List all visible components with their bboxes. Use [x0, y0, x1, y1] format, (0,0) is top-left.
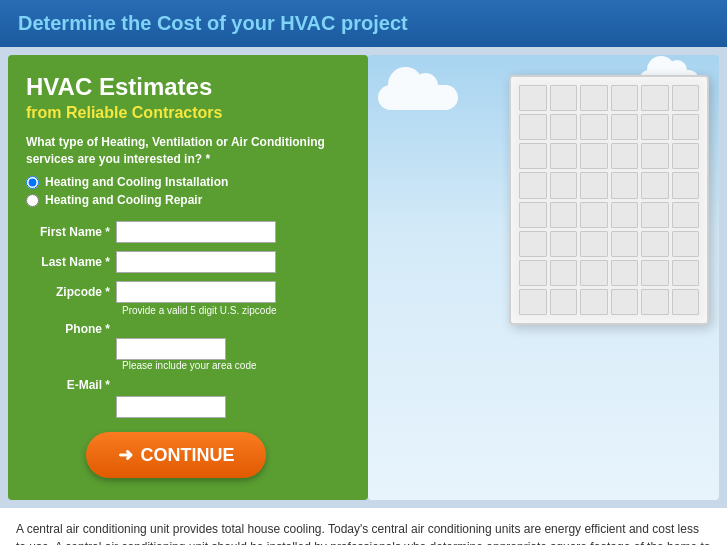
vent-bar — [641, 289, 669, 315]
vent-bar — [672, 231, 700, 257]
vent-bar — [580, 85, 608, 111]
zipcode-row: Zipcode * — [26, 281, 350, 303]
vent-bar — [519, 172, 547, 198]
phone-hint: Please include your area code — [122, 360, 350, 371]
vent-bar — [550, 114, 578, 140]
vent-bar — [580, 202, 608, 228]
vent-bar — [580, 289, 608, 315]
first-name-row: First Name * — [26, 221, 350, 243]
vent-bar — [672, 85, 700, 111]
sky-background — [368, 55, 719, 500]
vent-bar — [641, 231, 669, 257]
vent-bar — [519, 85, 547, 111]
vent-bar — [672, 289, 700, 315]
vent-bar — [611, 172, 639, 198]
last-name-row: Last Name * — [26, 251, 350, 273]
vent-bar — [580, 172, 608, 198]
vent-bar — [611, 85, 639, 111]
vent-bar — [611, 260, 639, 286]
email-input[interactable] — [116, 396, 226, 418]
page-title: Determine the Cost of your HVAC project — [18, 12, 709, 35]
vent-bar — [550, 172, 578, 198]
form-subheading: from Reliable Contractors — [26, 104, 350, 122]
vent-bar — [672, 172, 700, 198]
vent-bar — [550, 289, 578, 315]
body-paragraph-1: A central air conditioning unit provides… — [16, 520, 711, 545]
vent-bar — [641, 172, 669, 198]
vent-bar — [672, 114, 700, 140]
vent-bar — [519, 202, 547, 228]
email-label: E-Mail * — [26, 378, 116, 392]
page-header: Determine the Cost of your HVAC project — [0, 0, 727, 47]
vent-bar — [519, 231, 547, 257]
cloud-1 — [378, 85, 458, 110]
form-panel: HVAC Estimates from Reliable Contractors… — [8, 55, 368, 500]
vent-bar — [519, 114, 547, 140]
last-name-label: Last Name * — [26, 255, 116, 269]
radio-repair-label: Heating and Cooling Repair — [45, 193, 202, 207]
email-section: E-Mail * — [26, 377, 350, 418]
vent-bar — [611, 202, 639, 228]
last-name-input[interactable] — [116, 251, 276, 273]
vent-bar — [641, 260, 669, 286]
question-label: What type of Heating, Ventilation or Air… — [26, 134, 350, 168]
vent-bar — [580, 231, 608, 257]
vent-bar — [611, 143, 639, 169]
bottom-text: A central air conditioning unit provides… — [0, 508, 727, 545]
vent-bar — [611, 231, 639, 257]
vent-bar — [519, 260, 547, 286]
vent-bar — [550, 231, 578, 257]
vent-bar — [550, 85, 578, 111]
vent-bar — [550, 260, 578, 286]
vent-bar — [580, 143, 608, 169]
zipcode-input[interactable] — [116, 281, 276, 303]
vent-bar — [641, 85, 669, 111]
vent-bar — [641, 114, 669, 140]
vent-bar — [641, 202, 669, 228]
phone-row: Phone * — [26, 322, 350, 336]
vent-bar — [672, 143, 700, 169]
main-content: HVAC Estimates from Reliable Contractors… — [0, 47, 727, 508]
vent-bar — [672, 202, 700, 228]
form-heading: HVAC Estimates — [26, 73, 350, 102]
vent-bar — [519, 289, 547, 315]
vent-bar — [611, 114, 639, 140]
vent-bar — [580, 260, 608, 286]
zipcode-label: Zipcode * — [26, 285, 116, 299]
radio-repair[interactable]: Heating and Cooling Repair — [26, 193, 350, 207]
vent-bar — [672, 260, 700, 286]
vent-bar — [641, 143, 669, 169]
first-name-label: First Name * — [26, 225, 116, 239]
radio-installation-label: Heating and Cooling Installation — [45, 175, 228, 189]
radio-installation-input[interactable] — [26, 176, 39, 189]
vent-bar — [519, 143, 547, 169]
vent-container — [509, 75, 719, 335]
vent-bar — [550, 202, 578, 228]
vent-bar — [550, 143, 578, 169]
phone-input[interactable] — [116, 338, 226, 360]
image-panel — [368, 55, 719, 500]
phone-label: Phone * — [26, 322, 116, 336]
service-type-group: Heating and Cooling Installation Heating… — [26, 175, 350, 207]
radio-repair-input[interactable] — [26, 194, 39, 207]
continue-button[interactable]: ➜ CONTINUE — [86, 432, 266, 478]
vent-bar — [580, 114, 608, 140]
first-name-input[interactable] — [116, 221, 276, 243]
zipcode-hint: Provide a valid 5 digit U.S. zipcode — [122, 305, 350, 316]
continue-button-label: CONTINUE — [141, 445, 235, 466]
radio-installation[interactable]: Heating and Cooling Installation — [26, 175, 350, 189]
arrow-icon: ➜ — [118, 444, 133, 466]
hvac-vent — [509, 75, 709, 325]
vent-bar — [611, 289, 639, 315]
